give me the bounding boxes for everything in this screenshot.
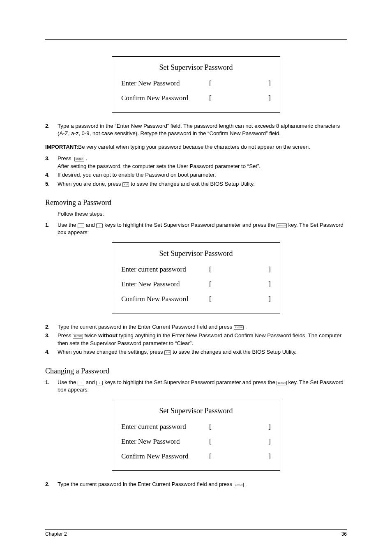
- step-text: keys to highlight the Set Supervisor Pas…: [104, 379, 275, 385]
- step-text: Press: [58, 332, 71, 339]
- step-text: .: [245, 481, 247, 487]
- step-text: Type the current password in the Enter C…: [58, 324, 232, 330]
- step-text: Use the: [58, 379, 76, 385]
- password-field: []: [209, 452, 271, 461]
- enter-key-icon: ENTER: [277, 381, 286, 385]
- page: Set Supervisor Password Enter New Passwo…: [0, 0, 392, 555]
- field-row: Enter current password []: [121, 262, 271, 277]
- step-text: When you are done, press: [58, 181, 121, 187]
- removing-password-heading: Removing a Password: [45, 198, 347, 207]
- password-field: []: [209, 94, 271, 102]
- step-item: 4. When you have changed the settings, p…: [45, 348, 347, 356]
- steps-list: 2. Type the current password in the Ente…: [45, 323, 347, 356]
- steps-list: 2. Type the current password in the Ente…: [45, 481, 347, 488]
- step-number: 4.: [45, 171, 50, 179]
- field-row: Confirm New Password []: [121, 91, 271, 106]
- password-field: []: [209, 295, 271, 303]
- step-text: and: [86, 222, 95, 228]
- step-number: 1.: [45, 379, 50, 386]
- step-text: .: [245, 324, 247, 330]
- password-field: []: [209, 79, 271, 88]
- step-number: 2.: [45, 323, 50, 331]
- step-text: Type the current password in the Enter C…: [58, 481, 232, 487]
- step-item: 3. Press ENTER . After setting the passw…: [45, 155, 347, 170]
- password-field: []: [209, 423, 271, 431]
- dialog-title: Set Supervisor Password: [121, 61, 271, 76]
- enter-current-password-label: Enter current password: [121, 265, 186, 274]
- step-item: 1. Use the ↑ and ↓ keys to highlight the…: [45, 221, 347, 237]
- enter-key-icon: ENTER: [277, 223, 286, 228]
- field-row: Enter New Password []: [121, 277, 271, 292]
- password-field: []: [209, 280, 271, 288]
- step-item: 2. Type the current password in the Ente…: [45, 481, 347, 488]
- step-text: If desired, you can opt to enable the Pa…: [58, 172, 216, 178]
- step-text: twice: [84, 332, 97, 339]
- changing-password-heading: Changing a Password: [45, 367, 347, 375]
- enter-key-icon: ENTER: [73, 334, 83, 339]
- step-item: 2. Type a password in the “Enter New Pas…: [45, 122, 347, 138]
- confirm-new-password-label: Confirm New Password: [121, 295, 188, 303]
- step-text: .: [86, 155, 88, 161]
- step-number: 4.: [45, 348, 50, 356]
- step-number: 3.: [45, 332, 50, 339]
- step-number: 2.: [45, 122, 50, 130]
- change-password-dialog: Set Supervisor Password Enter current pa…: [112, 400, 280, 471]
- steps-list: 3. Press ENTER . After setting the passw…: [45, 155, 347, 188]
- important-note: IMPORTANT:Be very careful when typing yo…: [45, 143, 347, 151]
- password-field: []: [209, 438, 271, 446]
- enter-key-icon: ENTER: [234, 483, 244, 487]
- step-text: Type a password in the “Enter New Passwo…: [58, 123, 340, 136]
- step-item: 5. When you are done, press F10 to save …: [45, 180, 347, 188]
- step-number: 1.: [45, 221, 50, 229]
- down-arrow-key-icon: ↓: [96, 381, 103, 385]
- intro-text: Follow these steps:: [58, 210, 347, 218]
- field-row: Confirm New Password []: [121, 449, 271, 464]
- page-footer: Chapter 2 36: [45, 529, 347, 537]
- step-text: After setting the password, the computer…: [58, 163, 261, 169]
- important-text: Be very careful when typing your passwor…: [78, 144, 310, 150]
- footer-chapter: Chapter 2: [45, 531, 67, 537]
- step-item: 4. If desired, you can opt to enable the…: [45, 171, 347, 179]
- enter-key-icon: ENTER: [74, 157, 84, 161]
- step-text: Use the: [58, 222, 76, 228]
- confirm-new-password-label: Confirm New Password: [121, 452, 188, 461]
- remove-password-dialog: Set Supervisor Password Enter current pa…: [112, 242, 280, 313]
- step-item: 2. Type the current password in the Ente…: [45, 323, 347, 331]
- step-number: 3.: [45, 155, 50, 162]
- steps-list: 2. Type a password in the “Enter New Pas…: [45, 122, 347, 138]
- set-password-dialog: Set Supervisor Password Enter New Passwo…: [112, 56, 280, 113]
- f10-key-icon: F10: [164, 350, 171, 355]
- step-text: keys to highlight the Set Supervisor Pas…: [104, 222, 275, 228]
- steps-list: 1. Use the ↑ and ↓ keys to highlight the…: [45, 379, 347, 394]
- footer-page-number: 36: [341, 531, 347, 537]
- important-label: IMPORTANT:: [45, 144, 78, 150]
- enter-new-password-label: Enter New Password: [121, 79, 180, 88]
- step-number: 2.: [45, 481, 50, 488]
- field-row: Confirm New Password []: [121, 292, 271, 306]
- enter-new-password-label: Enter New Password: [121, 280, 180, 288]
- field-row: Enter current password []: [121, 419, 271, 434]
- step-number: 5.: [45, 180, 50, 188]
- enter-current-password-label: Enter current password: [121, 423, 186, 431]
- field-row: Enter New Password []: [121, 434, 271, 449]
- password-field: []: [209, 265, 271, 274]
- top-rule: [45, 39, 347, 40]
- enter-key-icon: ENTER: [234, 325, 244, 330]
- enter-new-password-label: Enter New Password: [121, 438, 180, 446]
- dialog-title: Set Supervisor Password: [121, 247, 271, 262]
- f10-key-icon: F10: [122, 182, 129, 187]
- field-row: Enter New Password []: [121, 76, 271, 91]
- step-item: 3. Press ENTER twice without typing anyt…: [45, 332, 347, 347]
- step-text: to save the changes and exit the BIOS Se…: [131, 181, 255, 187]
- down-arrow-key-icon: ↓: [96, 223, 103, 228]
- without-bold: without: [98, 332, 118, 339]
- dialog-title: Set Supervisor Password: [121, 404, 271, 419]
- step-text: Press: [58, 155, 71, 161]
- up-arrow-key-icon: ↑: [78, 381, 84, 385]
- step-text: and: [86, 379, 95, 385]
- step-text: When you have changed the settings, pres…: [58, 349, 163, 355]
- step-item: 1. Use the ↑ and ↓ keys to highlight the…: [45, 379, 347, 394]
- step-text: to save the changes and exit the BIOS Se…: [173, 349, 297, 355]
- steps-list: 1. Use the ↑ and ↓ keys to highlight the…: [45, 221, 347, 237]
- confirm-new-password-label: Confirm New Password: [121, 94, 188, 102]
